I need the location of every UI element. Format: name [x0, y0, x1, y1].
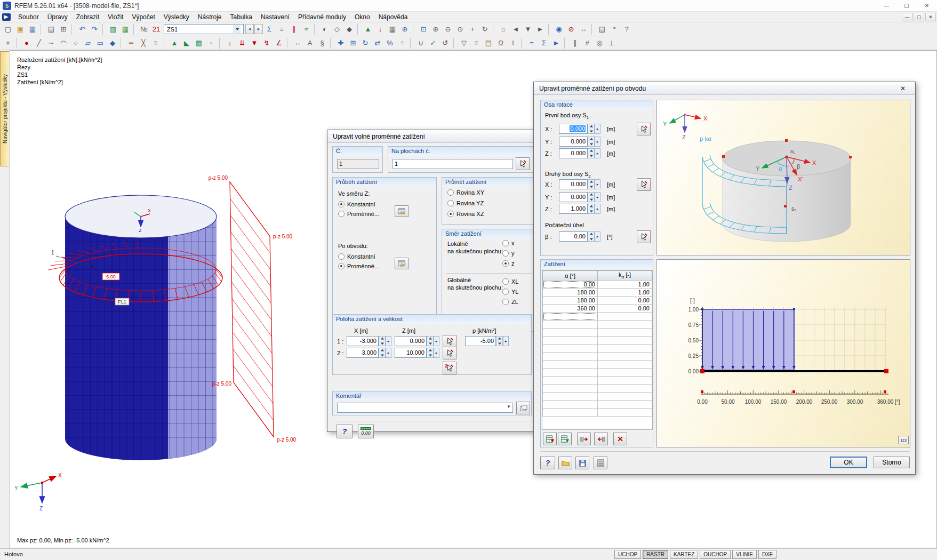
tables-icon[interactable]: ▦ [119, 23, 131, 35]
solid-icon[interactable]: ◆ [107, 37, 118, 49]
ok-button[interactable]: OK [830, 457, 867, 468]
x1-spinner[interactable] [379, 336, 386, 346]
surface-icon[interactable]: ▱ [82, 37, 94, 49]
point1-picker-button[interactable] [443, 335, 457, 348]
p-spinner[interactable] [496, 336, 503, 346]
show-loads-icon[interactable]: ↓ [374, 23, 386, 35]
mdi-close-button[interactable]: ✕ [925, 13, 936, 21]
copy-icon[interactable]: ⊞ [58, 23, 69, 35]
p1-x-field[interactable]: 0.000 [559, 124, 588, 134]
surface-load-icon[interactable]: ▼ [249, 37, 260, 49]
numbering-icon[interactable]: № [138, 23, 150, 35]
p2-picker-button[interactable] [637, 178, 651, 191]
load-table-row[interactable]: 180.001.00 [543, 289, 652, 297]
edit-select-icon[interactable]: ⌖ [2, 37, 14, 49]
undo-icon[interactable]: ↶ [76, 23, 88, 35]
check-results-icon[interactable]: Σ [538, 37, 550, 49]
delete-row-button[interactable] [594, 433, 608, 445]
results-toggle-icon[interactable]: Σ [263, 23, 275, 35]
z1-field[interactable]: 0.000 [395, 336, 427, 346]
clipping-icon[interactable]: ⊘ [565, 23, 577, 35]
load-table-row[interactable]: 360.000.00 [543, 305, 652, 313]
radio-local-y[interactable]: y [502, 250, 515, 257]
rotate-icon[interactable]: ↻ [359, 37, 371, 49]
status-toggle[interactable]: RASTR [643, 550, 668, 559]
save-icon[interactable]: ▦ [27, 23, 38, 35]
p-popup-arrow[interactable]: ▸ [503, 336, 509, 346]
cylinder-model[interactable]: X Z [65, 195, 217, 467]
p1-y-spinner[interactable] [588, 137, 595, 147]
open-icon[interactable]: ▣ [14, 23, 26, 35]
p1-z-popup-arrow[interactable]: ▸ [595, 148, 600, 158]
load-table-row[interactable]: 0.001.00 [543, 281, 652, 289]
table-import-button[interactable] [543, 433, 557, 445]
point2-picker-button[interactable] [443, 347, 457, 359]
menu-item[interactable]: Nápověda [374, 12, 412, 22]
section-cut-icon[interactable]: § [316, 37, 328, 49]
next-load-case-button[interactable]: ► [254, 24, 263, 34]
zoom-in-icon[interactable]: ⊕ [430, 23, 442, 35]
zoom-window-icon[interactable]: ⊡ [418, 23, 429, 35]
open-settings-button[interactable] [558, 457, 572, 469]
truss-icon[interactable]: ╳ [138, 37, 149, 49]
menu-item[interactable]: Soubor [14, 12, 43, 22]
guidelines-icon[interactable]: ∥ [569, 37, 581, 49]
z2-popup-arrow[interactable]: ▸ [434, 348, 439, 358]
show-mesh-icon[interactable]: ▦ [387, 23, 398, 35]
p2-x-popup-arrow[interactable]: ▸ [595, 179, 600, 189]
free-load-icon[interactable]: ↯ [261, 37, 273, 49]
radio-global-yl[interactable]: YL [502, 289, 518, 295]
comment-combobox[interactable]: ▼ [337, 403, 513, 413]
smooth-ranges-icon[interactable]: ≈ [300, 23, 312, 35]
text-comment-icon[interactable]: A [304, 37, 316, 49]
copy-object-icon[interactable]: ⊞ [347, 37, 359, 49]
radio-local-z[interactable]: z [502, 260, 515, 267]
minimize-button[interactable]: — [876, 0, 896, 11]
edit-perimeter-function-button[interactable] [395, 258, 409, 269]
line-support-icon[interactable]: ◣ [181, 37, 193, 49]
redo-icon[interactable]: ↷ [89, 23, 100, 35]
load-case-combo[interactable]: ZS1 [164, 24, 244, 34]
table-export-button[interactable] [558, 433, 572, 445]
two-points-picker-button[interactable]: 2 [443, 362, 457, 374]
menu-item[interactable]: Tabulka [226, 12, 257, 22]
library-icon[interactable]: ▤ [483, 37, 494, 49]
node-icon[interactable]: ● [21, 37, 33, 49]
p1-x-popup-arrow[interactable]: ▸ [595, 124, 600, 134]
connect-lines-icon[interactable]: ∪ [415, 37, 427, 49]
load-table-row[interactable]: 180.000.00 [543, 297, 652, 305]
ortho-icon[interactable]: ⊥ [606, 37, 618, 49]
delete-all-button[interactable]: ✕ [613, 433, 627, 445]
polyline-icon[interactable]: ∼ [45, 37, 57, 49]
data-panel-icon[interactable]: ▥ [107, 23, 119, 35]
scale-icon[interactable]: % [384, 37, 396, 49]
surfaces-picker-button[interactable] [516, 157, 530, 170]
zoom-out-icon[interactable]: ⊖ [442, 23, 454, 35]
status-toggle[interactable]: KARTEZ [670, 550, 698, 559]
p2-z-spinner[interactable] [588, 204, 595, 214]
material-icon[interactable]: Ω [495, 37, 507, 49]
p2-y-spinner[interactable] [588, 192, 595, 202]
sections-icon[interactable]: ∥ [288, 23, 300, 35]
p2-x-field[interactable]: 0.000 [559, 179, 588, 189]
p1-y-popup-arrow[interactable]: ▸ [595, 137, 600, 147]
opening-icon[interactable]: ▭ [94, 37, 106, 49]
help-icon[interactable]: ? [621, 23, 632, 35]
menu-item[interactable]: Přídavné moduly [294, 12, 350, 22]
close-button[interactable]: ✕ [917, 0, 937, 11]
chevron-down-icon[interactable] [234, 25, 241, 33]
menu-item[interactable]: Výsledky [159, 12, 194, 22]
p-field[interactable]: -5.00 [465, 336, 496, 346]
divide-icon[interactable]: ÷ [396, 37, 408, 49]
radio-local-x[interactable]: x [502, 240, 515, 246]
load-table[interactable]: α [°] kα [-] 0.001.00180.001.00180.000.0… [542, 270, 653, 430]
p1-z-spinner[interactable] [588, 148, 595, 158]
project-navigator-tab[interactable]: Navigátor projektu - Výsledky [0, 51, 9, 166]
insert-row-button[interactable] [577, 433, 591, 445]
numeric-display-button[interactable]: 123 [898, 436, 909, 444]
status-toggle[interactable]: UCHOP [614, 550, 641, 559]
shadow-render-icon[interactable]: ◆ [343, 23, 355, 35]
imperfection-icon[interactable]: ∠ [273, 37, 285, 49]
view-x-icon[interactable]: ◄ [510, 23, 522, 35]
surfaces-field[interactable]: 1 [393, 159, 513, 169]
